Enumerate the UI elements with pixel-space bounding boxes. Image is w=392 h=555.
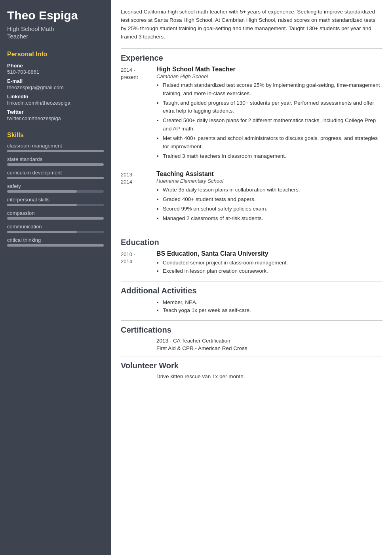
sidebar-header: Theo Espiga High School MathTeacher: [0, 0, 111, 47]
education-1: 2010 -2014 BS Education, Santa Clara Uni…: [121, 250, 382, 276]
phone-field: Phone 510-703-8861: [7, 63, 104, 75]
job-2-dates: 2013 -2014: [121, 170, 156, 224]
activities-heading: Additional Activities: [121, 286, 382, 295]
activities-divider: [121, 281, 382, 281]
job-2-company: Hueneme Elementary School: [156, 178, 382, 184]
skills-heading: Skills: [7, 132, 104, 139]
skill-bar-bg: [7, 217, 104, 220]
job-2: 2013 -2014 Teaching Assistant Hueneme El…: [121, 170, 382, 224]
activities-content-row: Member, NEA. Teach yoga 1x per week as s…: [121, 299, 382, 315]
skill-bar-fill: [7, 150, 104, 152]
skill-bar-bg: [7, 150, 104, 152]
bullet: Met with 400+ parents and school adminis…: [163, 134, 382, 151]
job-1: 2014 -present High School Math Teacher C…: [121, 66, 382, 162]
skill-bar-bg: [7, 177, 104, 179]
edu-1-bullets: Conducted senior project in classroom ma…: [156, 259, 382, 276]
sidebar: Theo Espiga High School MathTeacher Pers…: [0, 0, 111, 555]
skill-label: safety: [7, 183, 104, 189]
bullet: Scored 99% on school safety policies exa…: [163, 205, 382, 213]
skill-label: critical thinking: [7, 237, 104, 243]
certifications-content-row: 2013 - CA Teacher Certification First Ai…: [121, 338, 382, 353]
candidate-title: High School MathTeacher: [7, 25, 104, 40]
activities-indent: [121, 299, 156, 315]
skill-label: state standards: [7, 156, 104, 162]
volunteer-text: Drive kitten rescue van 1x per month.: [156, 373, 382, 379]
skill-bar-bg: [7, 244, 104, 247]
skill-bar-fill: [7, 244, 104, 247]
skill-bar-fill: [7, 204, 77, 206]
job-2-title: Teaching Assistant: [156, 170, 382, 178]
skill-critical-thinking: critical thinking: [7, 237, 104, 247]
skill-label: curriculum development: [7, 170, 104, 176]
skill-state-standards: state standards: [7, 156, 104, 166]
skill-label: communication: [7, 224, 104, 230]
edu-1-content: BS Education, Santa Clara University Con…: [156, 250, 382, 276]
skill-bar-bg: [7, 204, 104, 206]
cert-2: First Aid & CPR - American Red Cross: [156, 345, 382, 351]
candidate-name: Theo Espiga: [7, 9, 104, 23]
experience-divider: [121, 48, 382, 49]
personal-info-heading: Personal Info: [7, 51, 104, 59]
job-1-content: High School Math Teacher Cambrian High S…: [156, 66, 382, 162]
activities-list: Member, NEA. Teach yoga 1x per week as s…: [156, 299, 382, 315]
skill-bar-fill: [7, 177, 104, 179]
skill-label: interpersonal skills: [7, 197, 104, 203]
experience-heading: Experience: [121, 54, 382, 63]
bullet: Teach yoga 1x per week as self-care.: [163, 306, 382, 315]
bullet: Taught and guided progress of 130+ stude…: [163, 99, 382, 116]
bullet: Managed 2 classrooms of at-risk students…: [163, 214, 382, 223]
phone-value: 510-703-8861: [7, 69, 104, 75]
linkedin-label: LinkedIn: [7, 94, 104, 100]
activities-bullets: Member, NEA. Teach yoga 1x per week as s…: [156, 299, 382, 315]
bullet: Raised math standardized test scores 25%…: [163, 81, 382, 98]
personal-info-section: Personal Info Phone 510-703-8861 E-mail …: [0, 47, 111, 128]
email-value: theozespiga@gmail.com: [7, 84, 104, 90]
cert-indent: [121, 338, 156, 353]
bullet: Wrote 35 daily lesson plans in collabora…: [163, 186, 382, 194]
twitter-label: Twitter: [7, 109, 104, 115]
education-divider: [121, 233, 382, 233]
phone-label: Phone: [7, 63, 104, 69]
skill-bar-bg: [7, 190, 104, 193]
job-2-content: Teaching Assistant Hueneme Elementary Sc…: [156, 170, 382, 224]
cert-1: 2013 - CA Teacher Certification: [156, 338, 382, 344]
twitter-field: Twitter twitter.com/theozespiga: [7, 109, 104, 121]
edu-1-dates: 2010 -2014: [121, 250, 156, 276]
skill-bar-bg: [7, 231, 104, 233]
job-1-company: Cambrian High School: [156, 73, 382, 79]
skill-safety: safety: [7, 183, 104, 193]
skill-interpersonal-skills: interpersonal skills: [7, 197, 104, 206]
skill-bar-fill: [7, 231, 77, 233]
email-field: E-mail theozespiga@gmail.com: [7, 78, 104, 90]
skills-section: Skills classroom management state standa…: [0, 128, 111, 256]
certifications-heading: Certifications: [121, 325, 382, 335]
linkedin-value: linkedin.com/in/theozespiga: [7, 100, 104, 106]
skill-bar-bg: [7, 163, 104, 166]
volunteer-divider: [121, 356, 382, 356]
linkedin-field: LinkedIn linkedin.com/in/theozespiga: [7, 94, 104, 106]
bullet: Created 500+ daily lesson plans for 2 di…: [163, 117, 382, 133]
edu-1-degree: BS Education, Santa Clara University: [156, 250, 382, 257]
bullet: Trained 3 math teachers in classroom man…: [163, 152, 382, 161]
skill-label: classroom management: [7, 143, 104, 149]
bullet: Excelled in lesson plan creation coursew…: [163, 267, 382, 276]
bullet: Member, NEA.: [163, 299, 382, 307]
job-1-bullets: Raised math standardized test scores 25%…: [156, 81, 382, 161]
volunteer-content-row: Drive kitten rescue van 1x per month.: [121, 373, 382, 379]
job-1-dates: 2014 -present: [121, 66, 156, 162]
cert-list: 2013 - CA Teacher Certification First Ai…: [156, 338, 382, 353]
bullet: Graded 400+ student tests and papers.: [163, 195, 382, 204]
skill-bar-fill: [7, 217, 104, 220]
bullet: Conducted senior project in classroom ma…: [163, 259, 382, 267]
volunteer-text-content: Drive kitten rescue van 1x per month.: [156, 373, 382, 379]
volunteer-indent: [121, 373, 156, 379]
job-2-bullets: Wrote 35 daily lesson plans in collabora…: [156, 186, 382, 223]
skill-curriculum-development: curriculum development: [7, 170, 104, 179]
certifications-divider: [121, 320, 382, 321]
education-heading: Education: [121, 238, 382, 247]
main-content: Licensed California high school math tea…: [111, 0, 392, 555]
skill-bar-fill: [7, 190, 77, 193]
skill-label: compassion: [7, 210, 104, 216]
summary-text: Licensed California high school math tea…: [121, 8, 382, 41]
skill-classroom-management: classroom management: [7, 143, 104, 152]
